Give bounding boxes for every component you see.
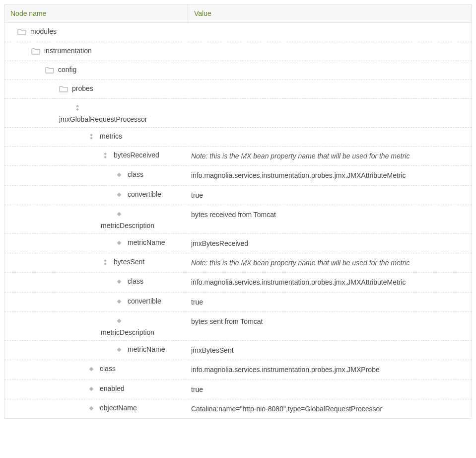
value-cell[interactable]: true [188,293,472,311]
value-text: true [191,298,203,306]
prop-icon [115,171,124,179]
value-cell[interactable]: Catalina:name="http-nio-8080",type=Globa… [188,399,472,418]
header-value[interactable]: Value [188,4,472,22]
tree-row[interactable]: metricDescriptionbytes sent from Tomcat [4,311,472,340]
node-label: modules [30,27,57,35]
node-icon [87,133,96,141]
node-label: jmxGlobalRequestProcessor [59,115,147,123]
value-cell[interactable]: info.magnolia.services.instrumentation.p… [188,166,472,185]
value-text: true [191,191,203,199]
table-header: Node name Value [4,4,472,23]
tree-row[interactable]: objectNameCatalina:name="http-nio-8080",… [4,399,472,418]
tree-row[interactable]: metricDescriptionbytes received from Tom… [4,205,472,233]
tree-row[interactable]: enabledtrue [4,380,472,399]
prop-icon [115,239,124,247]
node-label: config [58,65,76,74]
value-text: bytes received from Tomcat [191,211,276,219]
prop-icon [115,298,124,305]
name-cell[interactable]: probes [4,80,188,97]
value-text: info.magnolia.services.instrumentation.p… [191,366,380,374]
node-label: bytesSent [114,257,144,266]
node-label: metricDescription [101,221,154,229]
tree-row[interactable]: convertibletrue [4,292,472,311]
tree-row[interactable]: bytesSentNote: this is the MX bean prope… [4,253,472,272]
value-cell[interactable] [188,80,472,89]
tree-row[interactable]: classinfo.magnolia.services.instrumentat… [4,272,472,292]
name-cell[interactable]: bytesSent [4,253,188,270]
node-label: probes [72,84,93,92]
name-cell[interactable]: enabled [4,380,188,397]
name-cell[interactable]: metricName [4,234,188,251]
node-label: bytesReceived [114,151,159,159]
table-body: modulesinstrumentationconfigprobesjmxGlo… [4,23,472,418]
name-cell[interactable]: instrumentation [4,42,188,59]
value-cell[interactable] [188,61,472,70]
node-label: convertible [128,297,161,305]
name-cell[interactable]: jmxGlobalRequestProcessor [4,99,188,127]
value-text: true [191,385,203,393]
name-cell[interactable]: metricDescription [4,205,188,233]
node-label: convertible [128,190,161,198]
header-node-name[interactable]: Node name [4,4,188,22]
value-cell[interactable]: true [188,380,472,399]
name-cell[interactable]: metricDescription [4,312,188,340]
name-cell[interactable]: class [4,273,188,290]
node-label: class [128,277,143,285]
value-cell[interactable] [188,128,472,137]
value-cell[interactable]: Note: this is the MX bean property name … [188,147,472,165]
value-cell[interactable]: true [188,186,472,205]
node-label: enabled [100,384,125,392]
name-cell[interactable]: config [4,61,188,78]
prop-icon [115,317,124,325]
prop-icon [87,385,96,393]
node-label: metricName [128,345,165,353]
tree-row[interactable]: convertibletrue [4,185,472,205]
value-cell[interactable]: jmxBytesReceived [188,234,472,253]
tree-row[interactable]: metricNamejmxBytesReceived [4,233,472,253]
value-cell[interactable] [188,42,472,51]
folder-icon [31,47,40,55]
value-text: info.magnolia.services.instrumentation.p… [191,171,406,179]
tree-row[interactable]: modules [4,23,472,42]
node-label: class [100,364,116,373]
name-cell[interactable]: class [4,360,188,377]
tree-row[interactable]: jmxGlobalRequestProcessor [4,98,472,127]
name-cell[interactable]: bytesReceived [4,147,188,163]
tree-row[interactable]: classinfo.magnolia.services.instrumentat… [4,360,472,379]
value-text: Note: this is the MX bean property name … [191,259,409,267]
value-cell[interactable]: jmxBytesSent [188,341,472,360]
tree-row[interactable]: bytesReceivedNote: this is the MX bean p… [4,146,472,165]
value-text: Note: this is the MX bean property name … [191,152,409,160]
name-cell[interactable]: modules [4,23,188,40]
tree-row[interactable]: probes [4,79,472,98]
value-cell[interactable]: bytes received from Tomcat [188,205,472,224]
name-cell[interactable]: metricName [4,341,188,358]
node-label: objectName [100,403,137,412]
value-cell[interactable]: Note: this is the MX bean property name … [188,253,472,272]
name-cell[interactable]: convertible [4,186,188,203]
value-cell[interactable]: bytes sent from Tomcat [188,312,472,331]
node-label: metricName [128,238,165,246]
tree-row[interactable]: metricNamejmxBytesSent [4,340,472,360]
node-icon [101,152,110,159]
folder-icon [59,85,68,93]
value-cell[interactable]: info.magnolia.services.instrumentation.p… [188,360,472,379]
name-cell[interactable]: metrics [4,128,188,145]
value-cell[interactable]: info.magnolia.services.instrumentation.p… [188,273,472,292]
node-label: metrics [100,132,122,140]
value-text: info.magnolia.services.instrumentation.p… [191,278,406,286]
value-cell[interactable] [188,23,472,32]
name-cell[interactable]: objectName [4,399,188,416]
node-label: metricDescription [101,328,154,336]
tree-row[interactable]: instrumentation [4,42,472,61]
tree-row[interactable]: metrics [4,127,472,146]
value-text: jmxBytesReceived [191,239,248,247]
tree-row[interactable]: config [4,61,472,79]
name-cell[interactable]: convertible [4,293,188,309]
prop-icon [87,404,96,412]
tree-table: Node name Value modulesinstrumentationco… [4,4,472,419]
name-cell[interactable]: class [4,166,188,183]
tree-row[interactable]: classinfo.magnolia.services.instrumentat… [4,165,472,185]
node-icon [101,258,110,266]
value-cell[interactable] [188,99,472,108]
